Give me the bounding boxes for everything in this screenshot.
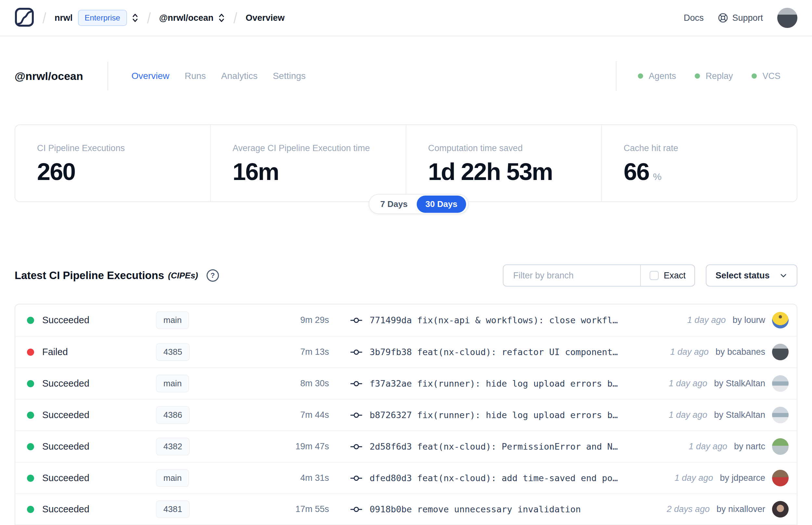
status-dot-icon: [27, 443, 34, 450]
support-link[interactable]: Support: [718, 13, 763, 23]
status-dot-icon: [27, 475, 34, 482]
status-dot-icon: [27, 411, 34, 419]
commit-message: fix(nx-api & workflows): close workfl…: [417, 315, 618, 325]
author: by nixallover: [717, 504, 765, 514]
docs-link[interactable]: Docs: [684, 13, 704, 23]
duration: 19m 47s: [247, 441, 329, 452]
time-ago: 1 day ago: [669, 378, 707, 389]
branch-badge[interactable]: 4381: [156, 500, 190, 518]
green-dot-icon: [752, 73, 757, 79]
branch-badge[interactable]: 4386: [156, 406, 190, 424]
author: by jdpearce: [720, 473, 765, 483]
status-dot-icon: [27, 349, 34, 356]
stat-label: Average CI Pipeline Execution time: [232, 143, 406, 153]
table-row[interactable]: Failed 4385 7m 13s 3b79fb38 feat(nx-clou…: [15, 336, 797, 368]
commit-hash[interactable]: b8726327: [370, 410, 412, 420]
table-row[interactable]: Succeeded 4386 7m 44s b8726327 fix(runne…: [15, 399, 797, 431]
duration: 8m 30s: [247, 378, 329, 389]
exact-checkbox[interactable]: [649, 271, 659, 280]
org-switcher-chevron-updown-icon[interactable]: [132, 12, 139, 24]
commit-hash[interactable]: dfed80d3: [370, 473, 412, 483]
commit-hash[interactable]: f37a32ae: [370, 378, 412, 389]
commit-hash[interactable]: 771499da: [370, 315, 412, 325]
commit-message: feat(nx-cloud): PermissionError and N…: [417, 441, 618, 452]
stat-label: Cache hit rate: [624, 143, 797, 153]
help-icon[interactable]: ?: [206, 269, 219, 282]
table-row[interactable]: Succeeded main 4m 31s dfed80d3 feat(nx-c…: [15, 462, 797, 494]
stat-value: 260: [37, 158, 210, 185]
user-avatar[interactable]: [777, 8, 797, 28]
branch-badge[interactable]: main: [156, 311, 189, 329]
range-7-days-button[interactable]: 7 Days: [371, 199, 417, 209]
time-ago: 1 day ago: [670, 347, 709, 357]
breadcrumb-separator: [43, 12, 46, 24]
author-avatar: [772, 375, 788, 392]
nx-cloud-logo-icon[interactable]: [15, 7, 34, 28]
branch-badge[interactable]: main: [156, 469, 189, 487]
status-label: Succeeded: [42, 315, 89, 326]
tab-overview[interactable]: Overview: [132, 71, 170, 81]
git-commit-icon: [351, 380, 362, 387]
stat-card-computation-time-saved: Computation time saved 1d 22h 53m: [406, 125, 601, 201]
author: by StalkAltan: [714, 378, 765, 389]
commit-hash[interactable]: 3b79fb38: [370, 347, 412, 357]
stat-label: CI Pipeline Executions: [37, 143, 210, 153]
percent-suffix: %: [653, 171, 662, 182]
branch-filter-group: Exact: [503, 265, 695, 287]
tab-settings[interactable]: Settings: [273, 71, 306, 81]
git-commit-icon: [351, 506, 362, 513]
status-dot-icon: [27, 506, 34, 513]
author-avatar: [772, 312, 788, 328]
breadcrumb-separator: [147, 12, 151, 24]
author: by nartc: [734, 441, 765, 452]
branch-badge[interactable]: main: [156, 375, 189, 392]
cipe-title-suffix: (CIPEs): [168, 271, 198, 281]
commit-message: feat(nx-cloud): add time-saved end po…: [417, 473, 618, 483]
commit-message: remove unnecessary invalidation: [417, 504, 581, 514]
status-select-dropdown[interactable]: Select status: [706, 265, 797, 287]
tab-analytics[interactable]: Analytics: [221, 71, 258, 81]
workspace-tabs: Overview Runs Analytics Settings: [132, 71, 306, 81]
feature-status-indicators: Agents Replay VCS: [638, 71, 781, 81]
stat-value: 66 %: [624, 158, 797, 185]
status-label: Succeeded: [42, 410, 89, 420]
workspace-title: @nrwl/ocean: [15, 70, 83, 82]
commit-hash[interactable]: 2d58f6d3: [370, 441, 412, 452]
author: by lourw: [732, 315, 765, 325]
time-ago: 1 day ago: [689, 441, 727, 452]
commit-hash[interactable]: 0918b0be: [370, 504, 412, 514]
stat-card-ci-pipeline-executions: CI Pipeline Executions 260: [15, 125, 210, 201]
workspace-switcher-chevron-updown-icon[interactable]: [218, 12, 225, 24]
exact-label: Exact: [663, 271, 686, 281]
table-row[interactable]: Succeeded 4382 19m 47s 2d58f6d3 feat(nx-…: [15, 431, 797, 462]
git-commit-icon: [351, 317, 362, 324]
divider: [108, 62, 108, 90]
status-dot-icon: [27, 317, 34, 324]
git-commit-icon: [351, 349, 362, 356]
date-range-toggle: 7 Days 30 Days: [369, 194, 469, 214]
chevron-down-icon: [779, 271, 788, 280]
support-label: Support: [732, 13, 763, 23]
range-30-days-button[interactable]: 30 Days: [417, 196, 466, 213]
status-label: Failed: [42, 347, 68, 357]
branch-badge[interactable]: 4382: [156, 438, 190, 455]
duration: 7m 44s: [247, 410, 329, 420]
breadcrumb-org[interactable]: nrwl: [55, 13, 73, 23]
exact-match-toggle[interactable]: Exact: [640, 265, 694, 286]
status-vcs: VCS: [752, 71, 781, 81]
status-replay: Replay: [695, 71, 733, 81]
plan-badge: Enterprise: [78, 10, 127, 26]
stats-card-row: CI Pipeline Executions 260 Average CI Pi…: [15, 124, 797, 202]
breadcrumb-page: Overview: [246, 13, 285, 23]
tab-runs[interactable]: Runs: [184, 71, 205, 81]
branch-badge[interactable]: 4385: [156, 343, 190, 361]
stat-label: Computation time saved: [428, 143, 601, 153]
cipe-section-header: Latest CI Pipeline Executions (CIPEs) ? …: [15, 264, 797, 287]
green-dot-icon: [638, 73, 643, 79]
table-row[interactable]: Succeeded main 9m 29s 771499da fix(nx-ap…: [15, 304, 797, 336]
table-row[interactable]: Succeeded main 8m 30s f37a32ae fix(runne…: [15, 368, 797, 399]
breadcrumb-separator: [233, 12, 238, 24]
breadcrumb-workspace[interactable]: @nrwl/ocean: [159, 13, 213, 23]
branch-filter-input[interactable]: [503, 265, 640, 286]
table-row[interactable]: Succeeded 4381 17m 55s 0918b0be remove u…: [15, 494, 797, 525]
